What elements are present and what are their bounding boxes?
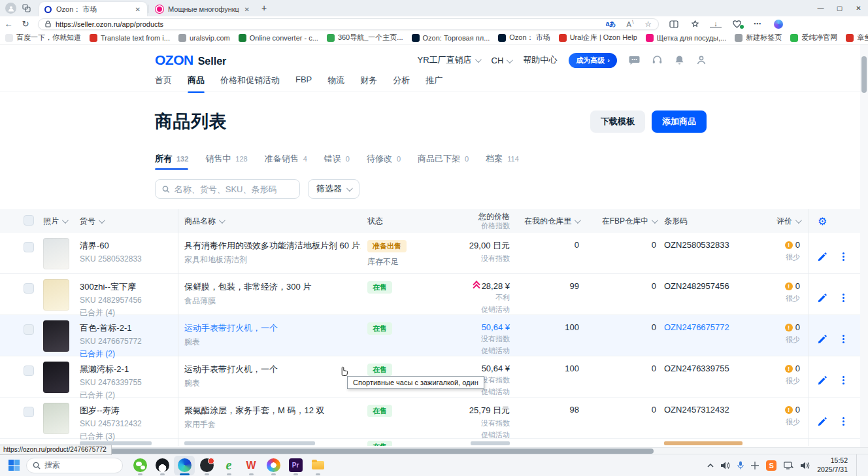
edit-icon[interactable] [818, 252, 827, 262]
tab-close-icon[interactable]: ✕ [243, 6, 251, 13]
edit-icon[interactable] [818, 335, 827, 344]
product-photo[interactable] [43, 403, 69, 434]
tab-close-icon[interactable]: ✕ [134, 6, 142, 13]
wps-taskbar-button[interactable]: W [241, 456, 261, 475]
product-name-link[interactable]: 运动手表带打火机，一个 [184, 322, 361, 334]
browser-essentials-icon[interactable] [731, 20, 743, 28]
address-bar[interactable]: https://seller.ozon.ru/app/products aあ A… [38, 18, 659, 30]
nav-tab-6[interactable]: 财务 [360, 75, 377, 90]
refresh-icon[interactable]: ↻ [17, 19, 34, 29]
split-screen-icon[interactable] [668, 20, 680, 28]
sogou-s-icon[interactable]: S [766, 460, 776, 471]
tab-groups-icon[interactable] [22, 3, 31, 15]
bookmark-item[interactable]: 新建标签页 [735, 33, 782, 42]
store-selector[interactable]: YR工厂直销店 [417, 54, 479, 66]
nav-tab-5[interactable]: 物流 [327, 75, 344, 90]
col-rating[interactable]: 评价 [761, 216, 800, 227]
support-headset-icon[interactable] [652, 55, 663, 65]
col-fbp[interactable]: 在FBP仓库中 [579, 216, 656, 227]
nav-tab-2[interactable]: 商品 [188, 75, 205, 90]
filter-tab[interactable]: 准备销售4 [265, 153, 307, 170]
product-name-link[interactable]: 保鲜膜，包装，非常经济，300 片 [184, 281, 361, 293]
vertical-scrollbar[interactable] [860, 44, 868, 447]
select-all-checkbox[interactable] [24, 215, 34, 226]
product-photo[interactable] [43, 238, 69, 269]
bookmark-item[interactable]: Ozon： 市场 [498, 33, 550, 42]
more-menu-icon[interactable] [843, 338, 844, 340]
scrollbar-thumb[interactable] [861, 56, 867, 93]
sogou-cross-icon[interactable] [751, 462, 759, 469]
col-article[interactable]: 货号 [80, 216, 178, 227]
become-premium-button[interactable]: 成为高级› [569, 53, 617, 68]
add-product-button[interactable]: 添加商品 [652, 110, 707, 133]
col-stock[interactable]: 在我的仓库里 [510, 216, 579, 227]
bookmark-item[interactable]: 爱纯净官网 [790, 33, 837, 42]
read-aloud-icon[interactable]: A∖ [626, 20, 634, 28]
bookmark-item[interactable]: Ural企库 | Ozon Help [559, 33, 637, 42]
filter-tab[interactable]: 错误0 [324, 153, 350, 170]
volume-icon[interactable] [721, 462, 730, 469]
ozon-seller-logo[interactable]: OZONSeller [155, 52, 226, 68]
product-photo[interactable] [43, 279, 69, 311]
window-minimize-button[interactable]: — [811, 0, 830, 16]
filter-tab[interactable]: 商品已下架0 [418, 153, 469, 170]
product-photo[interactable] [43, 320, 69, 352]
edit-icon[interactable] [818, 417, 827, 426]
download-template-button[interactable]: 下载模板 [590, 110, 645, 133]
downloads-icon[interactable]: ↓ [710, 21, 722, 27]
col-name[interactable]: 商品名称 [178, 216, 361, 227]
settings-more-icon[interactable]: ⋯ [752, 20, 763, 28]
secure360-taskbar-button[interactable] [196, 456, 217, 475]
bookmark-item[interactable]: 百度一下，你就知道 [5, 33, 81, 42]
filter-tab[interactable]: 所有132 [155, 153, 188, 170]
window-close-button[interactable]: ✕ [849, 0, 868, 16]
bookmark-item[interactable]: 章鱼AI [846, 33, 868, 42]
favorite-star-icon[interactable]: ☆ [644, 20, 652, 29]
bookmark-item[interactable]: Online converter - c... [239, 34, 318, 42]
filter-tab[interactable]: 销售中128 [205, 153, 247, 170]
taskbar-clock[interactable]: 15:52 2025/7/31 [817, 456, 848, 473]
row-checkbox[interactable] [24, 324, 34, 335]
more-menu-icon[interactable] [843, 256, 844, 258]
notifications-bell-icon[interactable] [675, 55, 684, 65]
nav-tab-1[interactable]: 首页 [155, 75, 172, 90]
table-row[interactable]: 图岁--寿涛SKU 2457312432已合并 (3)聚氨酯涂层，家务手套，M … [0, 398, 868, 439]
product-name-link[interactable]: 具有消毒作用的强效多功能清洁地板片剂 60 片。 [184, 240, 361, 252]
back-icon[interactable]: ← [0, 19, 17, 29]
bookmark-item[interactable]: Щетка для посуды,... [646, 34, 726, 42]
translate-icon[interactable]: aあ [606, 20, 616, 29]
more-menu-icon[interactable] [843, 379, 844, 381]
qq-taskbar-button[interactable] [152, 456, 173, 475]
start-button[interactable] [4, 460, 24, 471]
cast-display-icon[interactable] [784, 462, 793, 469]
file-explorer-taskbar-button[interactable] [307, 456, 328, 475]
product-name-link[interactable]: 聚氨酯涂层，家务手套，M 码，12 双 [184, 405, 361, 416]
browser-profile-icon[interactable] [5, 3, 16, 14]
show-desktop-button[interactable] [856, 454, 859, 476]
table-row[interactable]: 百色-首标-2-1SKU 2476675772已合并 (2)运动手表带打火机，一… [0, 315, 868, 356]
bookmark-item[interactable]: Ozon: Торговая пл... [412, 34, 490, 42]
nav-tab-4[interactable]: FBP [295, 75, 312, 90]
row-checkbox[interactable] [24, 242, 34, 252]
edit-icon[interactable] [818, 376, 827, 385]
search-input[interactable] [175, 184, 293, 194]
bookmark-item[interactable]: uralsvip.com [178, 34, 230, 42]
window-maximize-button[interactable]: ▢ [830, 0, 849, 16]
nav-tab-8[interactable]: 推广 [426, 75, 442, 90]
table-settings-gear-icon[interactable]: ⚙ [818, 215, 827, 228]
more-menu-icon[interactable] [843, 420, 844, 422]
bookmark-item[interactable]: Translate text from i... [90, 34, 170, 42]
row-checkbox[interactable] [24, 283, 34, 294]
row-checkbox[interactable] [24, 407, 34, 417]
colorful-browser-taskbar-button[interactable] [263, 456, 284, 475]
edit-icon[interactable] [818, 294, 827, 303]
product-photo[interactable] [43, 362, 69, 393]
nav-tab-3[interactable]: 价格和促销活动 [220, 75, 280, 90]
wechat-taskbar-button[interactable] [129, 456, 150, 475]
filter-tab[interactable]: 待修改0 [367, 153, 401, 170]
row-checkbox[interactable] [24, 366, 34, 376]
browser-tab-active[interactable]: Ozon： 市场 ✕ [39, 2, 147, 16]
new-tab-button[interactable]: + [261, 3, 267, 13]
browser-tab-2[interactable]: Мощные многофункциональнь ✕ [150, 2, 256, 16]
col-photo[interactable]: 照片 [43, 216, 72, 227]
